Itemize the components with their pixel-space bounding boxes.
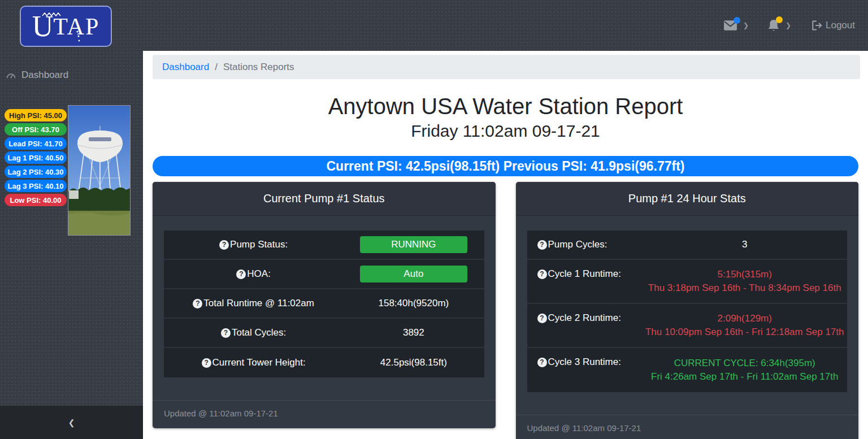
messages-badge [734, 17, 740, 24]
row-label: Cycle 1 Runtime: [548, 268, 621, 280]
help-icon[interactable]: ? [537, 314, 547, 323]
pump-stats-card-footer: Updated @ 11:02am 09-17-21 [516, 415, 859, 439]
help-icon[interactable]: ? [202, 358, 211, 368]
row-label: Pump Cycles: [548, 239, 607, 250]
cycle3-runtime-value: CURRENT CYCLE: 6:34h(395m) [674, 358, 815, 369]
logout-button[interactable]: Logout [811, 20, 855, 31]
pump-stats-table: ? Pump Cycles: 3 ? Cycle 1 Runtime: [527, 231, 848, 392]
topbar-actions: ❯ ❯ Logout [723, 0, 855, 51]
badge-off-psi: Off PSI: 43.70 [5, 123, 67, 136]
logo-wave-icon [41, 12, 92, 46]
badge-lag1-psi: Lag 1 PSI: 40.50 [5, 151, 67, 164]
table-row-pump-cycles: ? Pump Cycles: 3 [527, 231, 848, 260]
badge-high-psi: High PSI: 45.00 [5, 109, 67, 121]
sidebar-item-dashboard[interactable]: Dashboard [6, 69, 136, 81]
page-title: Anytown USA Water Station Report [143, 93, 868, 120]
help-icon[interactable]: ? [193, 299, 202, 308]
logout-label: Logout [826, 20, 855, 31]
help-icon[interactable]: ? [537, 358, 547, 367]
notifications-button[interactable] [767, 19, 780, 32]
sidebar-collapse-button[interactable]: ❮ [68, 418, 75, 427]
help-icon[interactable]: ? [537, 270, 547, 279]
report-cards: Current Pump #1 Status ? Pump Status: RU… [153, 182, 858, 439]
cycle3-runtime-range: Fri 4:26am Sep 17th - Fri 11:02am Sep 17… [651, 371, 838, 383]
messages-button[interactable] [723, 20, 737, 31]
notifications-chevron-icon[interactable]: ❯ [785, 21, 791, 29]
breadcrumb: Dashboard / Stations Reports [153, 55, 860, 79]
row-label: Cycle 2 Runtime: [548, 312, 621, 324]
pump-stats-card-title: Pump #1 24 Hour Stats [516, 182, 859, 216]
help-icon[interactable]: ? [236, 270, 246, 279]
app-window: UTAP ❯ ❯ [0, 0, 868, 439]
help-icon[interactable]: ? [219, 240, 229, 250]
table-row-cycle2: ? Cycle 2 Runtime: 2:09h(129m) Thu 10:09… [527, 304, 848, 348]
row-label: Total Cycles: [232, 327, 286, 338]
row-label: HOA: [247, 268, 271, 280]
main-content: Dashboard / Stations Reports Anytown USA… [143, 51, 868, 439]
water-tower-photo [68, 105, 131, 236]
help-icon[interactable]: ? [221, 328, 231, 338]
notifications-badge [776, 16, 783, 23]
cycle1-runtime-value: 5:15h(315m) [718, 269, 772, 280]
sidebar-footer: ❮ [0, 406, 143, 439]
total-runtime-value: 158:40h(9520m) [378, 298, 449, 309]
table-row-total-cycles: ? Total Cycles: 3892 [164, 319, 484, 348]
pump-cycles-value: 3 [742, 239, 747, 250]
row-label: Total Runtime @ 11:02am [203, 298, 314, 309]
hoa-value-button[interactable]: Auto [360, 266, 467, 282]
messages-chevron-icon[interactable]: ❯ [743, 21, 749, 29]
table-row-pump-status: ? Pump Status: RUNNING [164, 231, 484, 260]
breadcrumb-separator: / [215, 62, 218, 73]
badge-lag3-psi: Lag 3 PSI: 40.10 [5, 180, 67, 192]
row-label: Cycle 3 Runtime: [548, 357, 621, 368]
pump-status-card-title: Current Pump #1 Status [153, 182, 496, 216]
breadcrumb-dashboard-link[interactable]: Dashboard [162, 62, 209, 73]
sidebar-item-label: Dashboard [21, 69, 68, 81]
tower-height-value: 42.5psi(98.15ft) [380, 357, 447, 368]
top-navbar: UTAP ❯ ❯ [0, 0, 868, 51]
sidebar: Dashboard High PSI: 45.00 Off PSI: 43.70… [0, 51, 143, 439]
badge-low-psi: Low PSI: 40.00 [5, 194, 67, 206]
table-row-hoa: ? HOA: Auto [164, 260, 484, 289]
row-label: Pump Status: [230, 239, 288, 250]
breadcrumb-current: Stations Reports [223, 62, 294, 73]
table-row-cycle1: ? Cycle 1 Runtime: 5:15h(315m) Thu 3:18p… [527, 260, 848, 304]
table-row-total-runtime: ? Total Runtime @ 11:02am 158:40h(9520m) [164, 289, 484, 319]
cycle2-runtime-range: Thu 10:09pm Sep 16th - Fri 12:18am Sep 1… [645, 327, 844, 338]
utap-logo[interactable]: UTAP [20, 6, 112, 47]
cycle2-runtime-value: 2:09h(129m) [718, 313, 772, 324]
row-label: Current Tower Height: [212, 357, 306, 368]
cycle1-runtime-range: Thu 3:18pm Sep 16th - Thu 8:34pm Sep 16t… [648, 282, 841, 294]
current-psi-banner: Current PSI: 42.5psi(98.15ft) Previous P… [153, 156, 858, 176]
total-cycles-value: 3892 [403, 327, 424, 338]
badge-lag2-psi: Lag 2 PSI: 40.30 [5, 166, 67, 178]
pump-status-value-button[interactable]: RUNNING [360, 236, 467, 253]
pump-status-card: Current Pump #1 Status ? Pump Status: RU… [153, 182, 496, 428]
pump-stats-card: Pump #1 24 Hour Stats ? Pump Cycles: 3 [516, 182, 859, 439]
page-subtitle: Friday 11:02am 09-17-21 [143, 120, 868, 142]
table-row-tower-height: ? Current Tower Height: 42.5psi(98.15ft) [164, 348, 484, 377]
pump-status-table: ? Pump Status: RUNNING ? HOA: [164, 231, 484, 377]
table-row-cycle3: ? Cycle 3 Runtime: CURRENT CYCLE: 6:34h(… [527, 348, 848, 392]
badge-lead-psi: Lead PSI: 41.70 [5, 137, 67, 150]
pump-status-card-footer: Updated @ 11:02am 09-17-21 [153, 400, 496, 428]
dashboard-gauge-icon [6, 71, 16, 80]
psi-setpoint-badges: High PSI: 45.00 Off PSI: 43.70 Lead PSI:… [5, 109, 67, 208]
help-icon[interactable]: ? [537, 240, 547, 250]
logout-icon [811, 20, 822, 31]
